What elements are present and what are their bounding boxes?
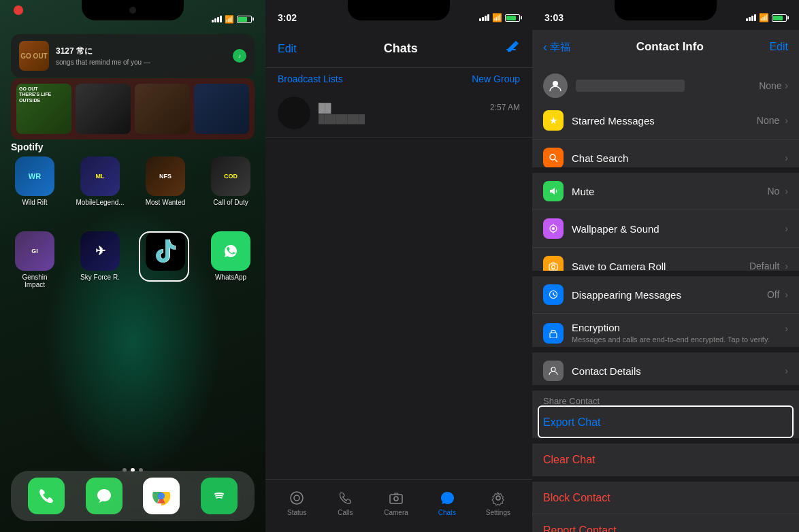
tab-settings[interactable]: Settings (486, 489, 510, 516)
tab-camera[interactable]: Camera (384, 489, 408, 516)
chat-preview: ████████ (319, 114, 520, 124)
battery-icon-2 (505, 14, 520, 22)
section-gap-5 (532, 438, 799, 444)
disappearing-row[interactable]: Disappearing Messages Off › (532, 276, 799, 314)
mute-row[interactable]: Mute No › (532, 173, 799, 210)
chats-tab-label-active: Chats (438, 509, 456, 516)
svg-point-24 (551, 367, 555, 371)
star-icon: ★ (543, 110, 564, 131)
tab-calls[interactable]: Calls (336, 489, 354, 516)
wallpaper-icon (543, 218, 564, 239)
mostwanted-icon: NFS (146, 156, 185, 196)
callofduty-label: Call of Duty (213, 199, 248, 206)
tab-status[interactable]: Status (287, 489, 306, 516)
tab-chats-active[interactable]: Chats (438, 489, 456, 516)
whatsapp-label: WhatsApp (215, 273, 246, 281)
disappear-icon (543, 284, 564, 305)
report-contact-row[interactable]: Report Contact (532, 514, 799, 532)
block-contact-row[interactable]: Block Contact (532, 482, 799, 514)
whatsapp-screen: 3:02 📶 Edit Chats (265, 0, 532, 532)
app-whatsapp[interactable]: WhatsApp (207, 231, 255, 288)
back-button[interactable]: ‹ 幸福 (543, 40, 570, 54)
broadcast-lists-button[interactable]: Broadcast Lists (278, 73, 343, 84)
app-callofduty[interactable]: COD Call of Duty (207, 156, 255, 206)
spotify-banner-row: GO OUTTHERE'S LIFEOUTSIDE (11, 78, 255, 139)
contact-info-edit-button[interactable]: Edit (769, 41, 788, 53)
contact-info-nav: ‹ 幸福 Contact Info Edit (532, 30, 799, 64)
dock-phone-icon[interactable] (28, 478, 65, 514)
svg-point-10 (496, 496, 500, 500)
compose-icon (505, 39, 520, 54)
dock-spotify-icon[interactable] (201, 478, 238, 514)
mute-chevron-icon: › (785, 186, 788, 197)
compose-button[interactable] (505, 39, 520, 58)
disappearing-value: Off (767, 289, 779, 300)
export-chat-row[interactable]: Export Chat (532, 406, 799, 439)
wallpaper-sound-label: Wallpaper & Sound (572, 223, 785, 235)
app-mostwanted[interactable]: NFS Most Wanted (142, 156, 189, 206)
section-share-export: Share Contact Export Chat (532, 390, 799, 439)
back-label: 幸福 (550, 41, 570, 54)
section-gap-6 (532, 476, 799, 482)
chat-avatar (278, 97, 310, 129)
spotify-widget[interactable]: GO OUT 3127 常に songs that remind me of y… (11, 34, 255, 78)
phone-call-icon (37, 486, 56, 505)
section-gap-3 (532, 347, 799, 352)
contact-avatar (543, 73, 568, 98)
encryption-chevron-icon: › (785, 323, 788, 334)
album-art: GO OUT (19, 41, 49, 71)
svg-point-15 (552, 227, 555, 230)
dock-messages-icon[interactable] (86, 478, 123, 514)
calls-icon (338, 491, 353, 505)
contact-details-icon (543, 361, 564, 381)
whatsapp-nav: Edit Chats (265, 30, 532, 68)
dock (11, 471, 255, 521)
chat-list: ██ 2:57 AM ████████ (265, 88, 532, 488)
section-starred-chatsearch: ★ Starred Messages None › Chat Search › (532, 102, 799, 176)
wifi-icon: 📶 (225, 15, 234, 24)
contact-details-row[interactable]: Contact Details › (532, 352, 799, 389)
svg-rect-18 (549, 264, 557, 270)
wallpaper-chevron-icon: › (785, 223, 788, 234)
camera-icon (389, 491, 404, 505)
status-icons-2: 📶 (479, 13, 520, 22)
contact-info-title: Contact Info (636, 40, 704, 54)
clock-icon (549, 290, 558, 299)
app-skyforce[interactable]: ✈ Sky Force R. (76, 231, 124, 288)
chats-edit-button[interactable]: Edit (278, 43, 297, 55)
export-chat-label: Export Chat (543, 416, 788, 429)
chat-item[interactable]: ██ 2:57 AM ████████ (265, 88, 532, 138)
signal-bars-3 (746, 14, 756, 21)
callofduty-icon: COD (211, 156, 250, 196)
svg-point-3 (158, 493, 165, 499)
section-contact-details: Contact Details › (532, 352, 799, 389)
chats-top-bar: Broadcast Lists New Group (265, 68, 532, 90)
wifi-icon-2: 📶 (492, 13, 502, 22)
whatsapp-icon (211, 231, 250, 271)
svg-rect-8 (390, 495, 402, 503)
genshin-icon: GI (15, 231, 54, 271)
camera-tab-icon (387, 489, 405, 507)
encryption-content: Encryption Messages and calls are end-to… (572, 322, 785, 344)
spotify-icon (210, 486, 229, 505)
wallpaper-sound-row[interactable]: Wallpaper & Sound › (532, 210, 799, 248)
app-mobilelegend[interactable]: ML MobileLegend... (76, 156, 124, 206)
chats-icon (440, 491, 455, 505)
chats-tab-icon (438, 489, 456, 507)
chat-name: ██ (319, 103, 331, 113)
starred-messages-row[interactable]: ★ Starred Messages None › (532, 102, 799, 139)
status-icon (289, 491, 304, 505)
new-group-button[interactable]: New Group (472, 73, 520, 84)
app-wildrift[interactable]: WR Wild Rift (11, 156, 59, 206)
svg-line-22 (553, 295, 555, 296)
app-genshin[interactable]: GI Genshin Impact (11, 231, 59, 288)
battery-icon (237, 16, 252, 23)
notch (82, 0, 184, 20)
clear-chat-row[interactable]: Clear Chat (532, 444, 799, 476)
person-details-icon (549, 366, 558, 376)
encryption-label: Encryption (572, 322, 785, 333)
wildrift-label: Wild Rift (22, 199, 47, 206)
contact-details-chevron-icon: › (785, 365, 788, 376)
starred-messages-label: Starred Messages (572, 115, 757, 127)
dock-chrome-icon[interactable] (143, 478, 180, 514)
